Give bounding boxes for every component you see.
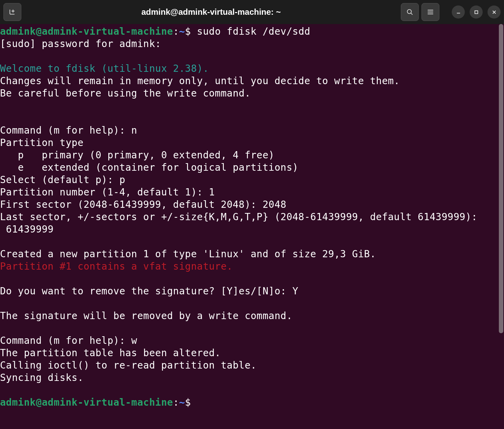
- line-cmd-w: Command (m for help): w: [0, 335, 137, 346]
- line-first-sector: First sector (2048-61439999, default 204…: [0, 199, 286, 210]
- maximize-button[interactable]: [470, 5, 483, 19]
- search-icon: [406, 8, 414, 16]
- new-tab-button[interactable]: [3, 3, 21, 21]
- menu-button[interactable]: [421, 3, 439, 21]
- prompt-dollar: $: [185, 26, 191, 37]
- minimize-icon: [456, 10, 461, 15]
- line-changes: Changes will remain in memory only, unti…: [0, 75, 400, 87]
- scrollbar[interactable]: [498, 24, 504, 429]
- line-last-sector: Last sector, +/-sectors or +/-size{K,M,G…: [0, 211, 478, 235]
- line-cmd-n: Command (m for help): n: [0, 125, 137, 136]
- line-syncing: Syncing disks.: [0, 372, 84, 383]
- minimize-button[interactable]: [452, 5, 465, 19]
- prompt2-path: ~: [179, 397, 185, 408]
- hamburger-icon: [427, 8, 434, 16]
- window-title: admink@admink-virtual-machine: ~: [141, 7, 281, 17]
- line-vfat: Partition #1 contains a vfat signature.: [0, 261, 233, 272]
- search-button[interactable]: [401, 3, 419, 21]
- line-ptype: Partition type: [0, 137, 84, 148]
- prompt2-sep: :: [173, 397, 179, 408]
- line-altered: The partition table has been altered.: [0, 347, 221, 359]
- line-ioctl: Calling ioctl() to re-read partition tab…: [0, 360, 256, 371]
- svg-line-3: [411, 13, 412, 14]
- titlebar: admink@admink-virtual-machine: ~: [0, 0, 504, 24]
- line-sudo: [sudo] password for admink:: [0, 38, 167, 49]
- line-extended: e extended (container for logical partit…: [0, 162, 298, 173]
- terminal-area[interactable]: admink@admink-virtual-machine:~$ sudo fd…: [0, 24, 504, 429]
- command-text: sudo fdisk /dev/sdd: [191, 26, 310, 37]
- line-partnum: Partition number (1-4, default 1): 1: [0, 187, 215, 198]
- scrollbar-thumb[interactable]: [499, 24, 503, 333]
- line-welcome: Welcome to fdisk (util-linux 2.38).: [0, 63, 209, 74]
- line-created: Created a new partition 1 of type 'Linux…: [0, 248, 376, 260]
- line-careful: Be careful before using the write comman…: [0, 88, 251, 99]
- line-will-remove: The signature will be removed by a write…: [0, 310, 293, 321]
- prompt2-dollar: $: [185, 397, 191, 408]
- terminal-content[interactable]: admink@admink-virtual-machine:~$ sudo fd…: [0, 24, 498, 429]
- prompt-userhost: admink@admink-virtual-machine: [0, 26, 173, 37]
- prompt2-userhost: admink@admink-virtual-machine: [0, 397, 173, 408]
- prompt-path: ~: [179, 26, 185, 37]
- close-button[interactable]: [487, 5, 501, 19]
- line-select: Select (default p): p: [0, 174, 125, 185]
- svg-rect-8: [475, 11, 478, 13]
- line-primary: p primary (0 primary, 0 extended, 4 free…: [0, 149, 274, 161]
- prompt-sep: :: [173, 26, 179, 37]
- new-tab-icon: [9, 8, 16, 16]
- line-remove-sig: Do you want to remove the signature? [Y]…: [0, 285, 298, 297]
- close-icon: [492, 10, 497, 15]
- maximize-icon: [474, 10, 479, 15]
